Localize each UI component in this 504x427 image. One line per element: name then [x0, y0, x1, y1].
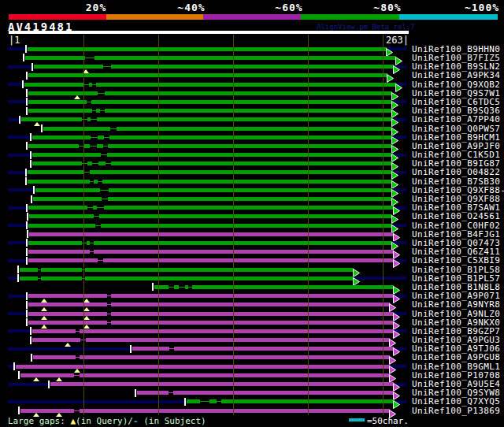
alignment-row: UniRef100_A9PGU8: [0, 353, 504, 362]
alignment-row: UniRef100_C0HF02: [0, 221, 504, 230]
scale-label-100: ~100%: [465, 2, 499, 13]
hit-bar[interactable]: [137, 391, 394, 395]
subject-gap-line: [91, 119, 97, 120]
gap-legend: Large gaps: ▲(in Query)/- (in Subject): [8, 416, 206, 426]
hit-label[interactable]: UniRef100_Q9XQB2: [412, 80, 500, 89]
hit-bar[interactable]: [28, 180, 392, 184]
hit-start-tick: [26, 239, 28, 247]
subject-gap-line: [98, 93, 105, 94]
hit-bar[interactable]: [34, 65, 394, 69]
hit-bar[interactable]: [28, 73, 387, 77]
hit-bar[interactable]: [20, 277, 354, 280]
red-segment: [9, 14, 106, 20]
alignment-row: UniRef100_Q0PWS7: [0, 124, 504, 133]
hit-bar[interactable]: [20, 268, 354, 272]
hit-start-tick: [25, 45, 27, 53]
subject-gap-line: [92, 163, 98, 164]
hit-bar[interactable]: [33, 355, 390, 359]
hit-label[interactable]: UniRef100_Q0PWS7: [412, 124, 500, 133]
ruler-bar: [9, 31, 409, 34]
hit-start-tick: [41, 124, 43, 132]
hit-bar[interactable]: [33, 197, 392, 201]
subject-gap-line: [110, 128, 117, 129]
hit-label[interactable]: UniRef100_B1PL58: [412, 265, 500, 274]
scale-ruler-sample-icon: [349, 418, 365, 421]
hit-label[interactable]: UniRef100_C5XBI9: [412, 256, 500, 265]
hit-bar[interactable]: [43, 127, 392, 131]
hit-start-tick: [17, 265, 19, 273]
alignment-row: UniRef100_B9GML1: [0, 362, 504, 371]
hit-label[interactable]: UniRef100_Q7XYQ5: [412, 397, 500, 406]
hit-label[interactable]: UniRef100_A7PP40: [412, 115, 500, 124]
hit-bar[interactable]: [35, 188, 392, 192]
cyan-segment: [399, 14, 498, 20]
scale-label-40: ~40%: [177, 2, 205, 13]
hit-label[interactable]: UniRef100_C0HF02: [412, 221, 500, 230]
hit-start-tick: [26, 89, 28, 97]
hit-start-tick: [26, 142, 28, 150]
alignment-row: UniRef100_A7PP40: [0, 115, 504, 124]
hit-label[interactable]: UniRef100_P13869: [412, 407, 500, 415]
scale-label-60: ~60%: [275, 2, 302, 13]
subject-gap-line: [97, 207, 104, 208]
alignment-row: UniRef100_P13869: [0, 407, 504, 415]
hit-label[interactable]: UniRef100_O04822: [412, 168, 500, 176]
orange-segment: [106, 14, 203, 20]
hit-bar[interactable]: [32, 136, 392, 139]
app-title: AlignView.pm Beta rel.7: [317, 23, 415, 31]
subject-gap-line: [84, 172, 90, 173]
alignment-row: UniRef100_O24561: [0, 212, 504, 221]
hit-start-tick: [13, 362, 15, 370]
hit-bar[interactable]: [16, 365, 390, 369]
scale-label-80: ~80%: [373, 2, 401, 13]
alignment-row: UniRef100_A9NLZ0: [0, 310, 504, 318]
hit-label[interactable]: UniRef100_B7SB30: [412, 177, 500, 186]
subject-gap-line: [100, 190, 109, 191]
hit-start-tick: [31, 195, 32, 203]
hit-start-tick: [26, 310, 28, 317]
hit-label[interactable]: UniRef100_A9PK34: [412, 71, 500, 80]
subject-gap-line: [90, 243, 94, 243]
subject-gap-line: [200, 401, 209, 402]
hit-bar[interactable]: [25, 56, 396, 60]
hit-bar[interactable]: [28, 47, 387, 51]
hit-start-tick: [25, 169, 27, 176]
hit-start-tick: [32, 63, 33, 71]
subject-gap-line: [74, 375, 80, 376]
alignment-row: UniRef100_O04822: [0, 168, 504, 176]
hit-start-tick: [152, 283, 154, 291]
alignment-row: UniRef100_A9PK34: [0, 71, 504, 80]
subject-gap-dash-icon: -: [133, 416, 139, 426]
hit-bar[interactable]: [21, 117, 392, 121]
alignment-row: UniRef100_B7SB30: [0, 177, 504, 186]
purple-segment: [203, 14, 301, 20]
alignview-screen: 20%~40%~60%~80%~100% AV419481 AlignView.…: [0, 0, 504, 427]
green-segment: [301, 14, 399, 20]
hit-bar[interactable]: [28, 303, 390, 306]
hit-start-tick: [26, 292, 28, 300]
hit-bar[interactable]: [32, 153, 392, 157]
subject-gap-line: [95, 225, 101, 226]
gap-legend-label: Large gaps:: [8, 416, 70, 426]
subject-gap-line: [90, 181, 94, 182]
hit-label[interactable]: UniRef100_A9NLZ0: [412, 310, 500, 318]
hit-bar[interactable]: [32, 329, 394, 333]
hit-label[interactable]: UniRef100_A9NYR8: [412, 300, 500, 309]
hit-bar[interactable]: [28, 170, 392, 174]
hit-bar[interactable]: [32, 338, 390, 342]
hit-bar[interactable]: [24, 83, 396, 87]
alignment-row: UniRef100_A9NYR8: [0, 300, 504, 309]
hit-start-tick: [23, 54, 24, 61]
hit-label[interactable]: UniRef100_A9PGU8: [412, 353, 500, 362]
hit-label[interactable]: UniRef100_O24561: [412, 212, 500, 221]
subject-gap-line: [188, 287, 192, 288]
hit-label[interactable]: UniRef100_B9GML1: [412, 362, 500, 371]
ruler-gridline: [83, 35, 84, 415]
subject-gap-line: [107, 314, 111, 314]
subject-gap-line: [82, 243, 87, 243]
hit-start-tick: [19, 116, 20, 124]
scale-ruler-label: =50char.: [367, 416, 409, 426]
alignment-row: UniRef100_Q7XYQ5: [0, 397, 504, 406]
hit-bar[interactable]: [50, 382, 394, 386]
hit-start-tick: [25, 177, 27, 185]
